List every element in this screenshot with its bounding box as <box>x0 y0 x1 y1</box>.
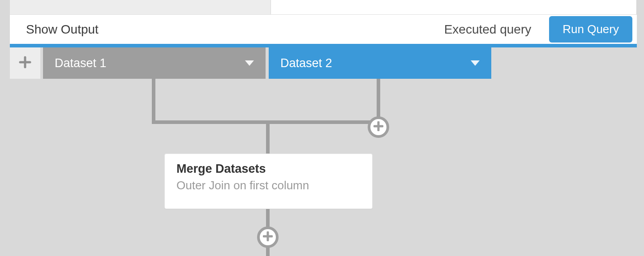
chevron-down-icon <box>245 60 254 66</box>
top-strip-left <box>10 0 271 14</box>
accent-divider <box>10 44 637 47</box>
plus-icon <box>263 231 273 243</box>
tab-dataset-1[interactable]: Dataset 1 <box>43 47 266 79</box>
add-step-bottom-button[interactable] <box>257 226 279 248</box>
add-dataset-tab[interactable] <box>10 47 40 79</box>
flow-canvas: Merge Datasets Outer Join on first colum… <box>10 79 637 256</box>
tab-label: Dataset 2 <box>280 56 332 70</box>
plus-icon <box>19 56 31 70</box>
plus-icon <box>374 121 383 133</box>
top-strip-right <box>271 0 636 14</box>
top-strip <box>10 0 637 14</box>
show-output-label[interactable]: Show Output <box>26 22 99 37</box>
merge-node-subtitle: Outer Join on first column <box>176 179 361 192</box>
chevron-down-icon <box>471 60 480 66</box>
merge-datasets-node[interactable]: Merge Datasets Outer Join on first colum… <box>164 154 373 209</box>
merge-node-title: Merge Datasets <box>176 162 361 176</box>
add-step-top-button[interactable] <box>368 116 389 138</box>
dataset-tabs-row: Dataset 1 Dataset 2 <box>10 47 494 79</box>
tab-label: Dataset 1 <box>55 56 107 70</box>
action-bar-right: Executed query Run Query <box>444 16 632 43</box>
tab-dataset-2[interactable]: Dataset 2 <box>269 47 491 79</box>
action-bar: Show Output Executed query Run Query <box>10 14 637 44</box>
run-query-button[interactable]: Run Query <box>549 16 632 43</box>
query-status-label: Executed query <box>444 22 532 37</box>
